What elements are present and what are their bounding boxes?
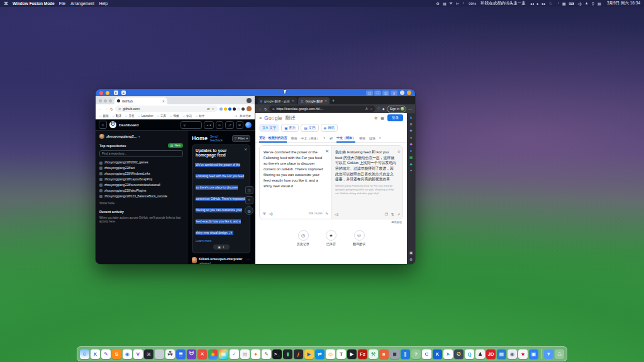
copilot-button[interactable]: ◍ — [245, 206, 253, 215]
apple-menu-icon[interactable]: ⌘ — [4, 1, 8, 6]
extension-icon[interactable] — [224, 107, 227, 111]
dock-app-icon[interactable]: ◉ — [123, 349, 132, 359]
menubar-status-icon[interactable]: ✄ — [456, 1, 459, 6]
tab-strip-avatar[interactable] — [247, 98, 252, 103]
hamburger-menu-icon[interactable]: ≡ — [99, 121, 107, 129]
dock-app-icon[interactable]: ✎ — [101, 349, 111, 359]
pull-requests-button[interactable]: ⎇ — [225, 121, 234, 129]
menubar-menu-item[interactable]: Arrangement — [70, 1, 94, 6]
edit-icon[interactable]: ✎ — [325, 211, 328, 217]
dock-app-icon[interactable]: S — [112, 349, 121, 359]
dock-app-icon[interactable]: ⚒ — [369, 349, 378, 359]
menubar-status-icon[interactable]: Ψ — [450, 1, 453, 6]
fusion-layout-button[interactable]: ∥ — [391, 90, 397, 96]
dock-app-icon[interactable] — [155, 349, 164, 359]
dock-app-icon[interactable]: T — [336, 349, 346, 359]
bookmarks-overflow-icon[interactable]: » — [235, 114, 237, 118]
extension-icon[interactable] — [237, 107, 240, 111]
sidebar-app-icon[interactable]: ❖ — [409, 129, 413, 133]
trash-icon[interactable]: ♺ — [555, 349, 564, 359]
minimize-button[interactable] — [106, 91, 109, 95]
repository-link[interactable]: zhouyongqiang228/alsoPlugins — [99, 189, 183, 193]
settings-gear-icon[interactable]: ⚙ — [374, 116, 377, 120]
repository-link[interactable]: zhouyongqiang228/WindowsLinks — [99, 172, 183, 176]
edge-menu-icon[interactable]: ⋯ — [408, 107, 412, 111]
sidebar-app-icon[interactable]: ⚲ — [409, 123, 412, 127]
sidebar-app-icon[interactable]: b — [410, 116, 412, 120]
source-language-option[interactable]: 中文（简体） — [301, 136, 319, 140]
dock-app-icon[interactable]: Q — [465, 349, 474, 359]
fusion-app-icon[interactable]: C — [114, 90, 118, 95]
extension-icon[interactable]: ♡ — [377, 107, 380, 111]
fusion-app-icon[interactable]: e — [121, 90, 126, 95]
dock-app-icon[interactable]: ⇄ — [315, 349, 325, 359]
github-search-button[interactable]: ⚲ — [180, 121, 202, 129]
dock-app-icon[interactable]: ◎ — [326, 349, 335, 359]
menubar-clock[interactable]: 3月9日 周六 16:34 — [607, 1, 640, 6]
battery-indicator[interactable]: 99% — [469, 2, 476, 6]
panel-toggle-button[interactable]: ◫ — [245, 186, 253, 194]
translate-action-button[interactable]: ★ 已保存 — [326, 230, 336, 246]
new-repository-button[interactable]: ▤ New — [168, 143, 183, 148]
dock-app-icon[interactable]: ▤ — [240, 349, 250, 359]
fusion-layout-button[interactable]: ⛶ — [374, 90, 381, 96]
send-feedback-link[interactable]: 提供反馈 — [260, 221, 402, 224]
forward-icon[interactable]: → — [104, 107, 108, 111]
fusion-layout-button[interactable]: ◫ — [382, 90, 389, 96]
filter-button[interactable]: ▽ Filter ▾ — [232, 135, 251, 142]
menubar-app-name[interactable]: Window Fusion Mode — [13, 1, 55, 6]
repository-link[interactable]: zhouyongqiang228/serverwindowfusionall — [99, 184, 183, 187]
close-button[interactable] — [99, 91, 103, 95]
sidebar-app-icon[interactable]: ● — [410, 150, 412, 153]
dock-app-icon[interactable]: ▶ — [304, 349, 314, 359]
source-language-active[interactable]: 英语 - 检测到的语言 — [259, 134, 287, 143]
send-to-device-icon[interactable]: ⇄ — [207, 107, 209, 111]
repository-link[interactable]: zhouyongqiang228/2002_games — [99, 161, 183, 165]
google-apps-grid-icon[interactable]: ▦ — [380, 116, 384, 120]
clear-text-icon[interactable]: ✕ — [325, 148, 329, 155]
tab-close-icon[interactable]: ✕ — [292, 99, 294, 102]
dock-app-icon[interactable]: ➤ — [443, 349, 453, 359]
playback-control-icon[interactable]: ♡ — [549, 1, 552, 6]
menubar-status-icon[interactable]: ◁) — [577, 1, 582, 6]
bookmark-folder[interactable]: ▱ 软件 — [196, 114, 204, 118]
post-repo-link[interactable]: KillianLucas/open-interpreter — [199, 257, 242, 261]
mode-tab-text[interactable]: 文A 文字 — [259, 124, 279, 132]
share-icon[interactable]: ↗ — [397, 212, 400, 217]
save-translation-star-icon[interactable]: ☆ — [397, 148, 401, 155]
mode-tab[interactable]: ▣ 图片 — [281, 124, 299, 132]
downloads-folder-icon[interactable]: ▼ — [544, 349, 553, 359]
swap-languages-icon[interactable]: ⇄ — [326, 136, 336, 140]
tab-close-icon[interactable]: ✕ — [325, 99, 327, 102]
reload-icon[interactable]: ↻ — [110, 107, 113, 111]
back-icon[interactable]: ← — [99, 107, 103, 111]
chrome-tab-github[interactable]: GitHub ✕ — [114, 97, 167, 104]
extension-icon[interactable] — [219, 107, 223, 111]
playback-control-icon[interactable]: ▸ — [537, 1, 539, 6]
other-bookmarks[interactable]: 其他书签 — [240, 114, 251, 118]
chevron-down-icon[interactable]: ▾ — [379, 136, 380, 140]
url-action-icon[interactable]: A⁾ — [365, 107, 368, 111]
chrome-profile-avatar[interactable] — [247, 106, 252, 111]
sidebar-app-icon[interactable]: ● — [410, 136, 412, 140]
extension-icon[interactable] — [228, 107, 231, 111]
extension-icon[interactable] — [233, 107, 236, 111]
sidebar-bottom-icon[interactable]: ▣ — [409, 251, 413, 255]
dock-app-icon[interactable]: ✓ — [230, 349, 239, 359]
dock-app-icon[interactable]: ☠ — [144, 349, 153, 359]
repository-link[interactable]: zhouyongqiang228/123_BalanceBlock_nocode — [99, 195, 183, 199]
reload-icon[interactable]: ↻ — [264, 107, 267, 111]
dock-app-icon[interactable]: ᗢ — [187, 349, 196, 359]
bookmark-folder[interactable]: ▱ 工具 — [157, 114, 166, 118]
chrome-zoom-button[interactable] — [109, 99, 112, 102]
fusion-round-button[interactable] — [407, 90, 411, 95]
dock-app-icon[interactable]: ▦ — [497, 349, 506, 359]
listen-icon[interactable]: ◁) — [335, 212, 338, 217]
bookmark-folder[interactable]: ▱ 新闻 — [99, 114, 108, 118]
menubar-status-icon[interactable]: ⚲ — [592, 1, 594, 6]
close-icon[interactable]: ✕ — [244, 147, 247, 151]
rate-translation-icon[interactable]: ⇅ — [391, 212, 394, 217]
edge-tab-translate[interactable]: 文 Google 翻译 ✕ — [298, 97, 330, 104]
sidebar-app-icon[interactable]: ◆ — [409, 163, 412, 167]
dock-app-icon[interactable]: JD — [486, 349, 496, 359]
